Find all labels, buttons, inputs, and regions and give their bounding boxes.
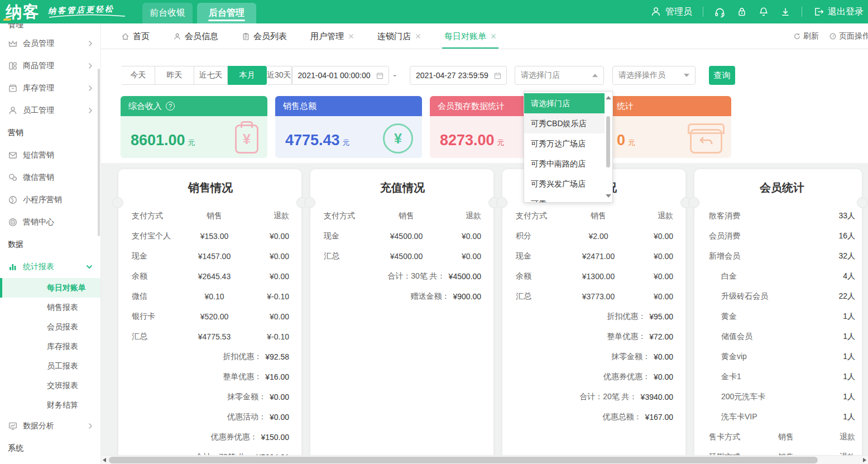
help-icon[interactable]: ? (166, 102, 175, 111)
stat-cards-row: 综合收入 ? 8601.00元 ¥ 销售总额 4775.43元 ¥ 会员预存数据… (121, 96, 731, 158)
sidebar-item-data-analysis[interactable]: 数据分析 (0, 415, 100, 437)
quick-range-button[interactable]: 本月 (228, 66, 267, 85)
store-select[interactable]: 请选择门店 (515, 66, 604, 85)
stat-row: 白金 4人 (709, 266, 855, 286)
quick-range-button[interactable]: 今天 (122, 66, 155, 85)
page-operations-button[interactable]: 页面操作 (829, 31, 868, 41)
store-option[interactable]: 可秀中南路的店 (524, 154, 606, 174)
summary-value: ¥16.00 (265, 372, 289, 381)
chevron-right-icon (88, 423, 93, 429)
backend-manage-button[interactable]: 后台管理 (197, 3, 256, 23)
sidebar-subitem[interactable]: 库存报表 (0, 337, 100, 356)
scroll-up-arrow[interactable] (606, 96, 611, 99)
sidebar-item-marketing-center[interactable]: 营销中心 (0, 211, 100, 233)
sidebar-item-sms-marketing[interactable]: 短信营销 (0, 144, 100, 166)
table-row: 微信 ¥0.10 ¥-0.10 (132, 286, 289, 307)
card-title: 综合收入 (128, 101, 162, 112)
col-pay-method: 支付方式 (516, 211, 572, 221)
tab-user-mgmt[interactable]: 用户管理 (310, 23, 354, 49)
sidebar-subitem[interactable]: 销售报表 (0, 298, 100, 317)
header-actions: 管理员 退出登录 (650, 0, 864, 23)
front-cashier-button[interactable]: 前台收银 (142, 3, 193, 23)
bell-icon[interactable] (758, 6, 769, 17)
chevron-right-icon (88, 63, 93, 69)
sales-rows: 支付宝个人 ¥153.00 ¥0.00 现金 ¥1457.00 ¥0.00 余额… (132, 226, 289, 347)
headset-icon[interactable] (714, 6, 726, 18)
query-button[interactable]: 查询 (709, 66, 735, 85)
current-user[interactable]: 管理员 (650, 6, 692, 18)
scrollbar-thumb[interactable] (109, 457, 818, 463)
refresh-button[interactable]: 刷新 (793, 31, 819, 41)
store-option[interactable]: 可秀CBD娱乐店 (524, 113, 606, 133)
sidebar-item-wechat-marketing[interactable]: 微信营销 (0, 166, 100, 189)
store-option[interactable]: 可秀 (524, 194, 606, 203)
chevron-up-icon (592, 74, 598, 77)
card-title: 销售总额 (283, 101, 316, 112)
stat-row: 黄金vip 1人 (709, 347, 855, 367)
summary-value: ¥0.00 (270, 393, 289, 401)
sidebar-scrollbar[interactable] (98, 69, 100, 236)
target-icon (8, 217, 18, 227)
scrollbar-thumb[interactable] (606, 116, 610, 168)
store-option[interactable]: 请选择门店 (524, 93, 606, 113)
horizontal-scrollbar[interactable] (101, 455, 868, 464)
ticket-notch (304, 197, 315, 208)
sidebar-item-stock-mgmt[interactable]: 库存管理 (0, 77, 100, 99)
tab-home[interactable]: 首页 (121, 23, 150, 49)
tab-member-info[interactable]: 会员信息 (173, 23, 218, 49)
stat-label: 会员消费 (709, 231, 838, 241)
start-datetime-input[interactable]: 2021-04-01 00:00:00 (292, 66, 389, 85)
summary-value: ¥3940.00 (641, 393, 673, 401)
summary-value: ¥72.00 (649, 332, 673, 341)
consume-summary: 折扣优惠： ¥95.00 整单优惠： ¥72.00 抹零金额： ¥0.00 (516, 307, 673, 427)
sidebar-item-miniapp-marketing[interactable]: 小程序营销 (0, 189, 100, 211)
summary-value: ¥0.00 (654, 372, 673, 381)
lock-icon[interactable] (736, 6, 747, 17)
card-body: 4775.43元 ¥ (275, 116, 422, 158)
stat-label: 200元洗车卡 (709, 392, 843, 402)
card-unit: 元 (497, 138, 505, 148)
scroll-right-arrow[interactable] (863, 458, 866, 462)
store-option[interactable]: 可秀万达广场店 (524, 133, 606, 154)
tab-member-list[interactable]: 会员列表 (242, 23, 287, 49)
quick-range-button[interactable]: 近七天 (194, 66, 228, 85)
sidebar-subitem[interactable]: 员工报表 (0, 356, 100, 376)
summary-row: 优惠券优惠： ¥150.00 (132, 427, 289, 447)
close-icon[interactable] (348, 34, 354, 39)
row-refund-value: ¥0.00 (625, 272, 673, 281)
sidebar-item-goods-mgmt[interactable]: 商品管理 (0, 55, 100, 77)
logo: 纳客 (6, 0, 40, 23)
close-icon[interactable] (415, 34, 421, 39)
sidebar-item-label: 会员管理 (23, 39, 54, 49)
tab-chain-stores[interactable]: 连锁门店 (377, 23, 421, 49)
dropdown-scrollbar[interactable] (605, 92, 612, 202)
sidebar-subitem[interactable]: 会员报表 (0, 317, 100, 337)
sidebar-item-staff-mgmt[interactable]: 员工管理 (0, 99, 100, 122)
row-refund-value: ¥-0.10 (241, 332, 289, 341)
sidebar-item-member-mgmt[interactable]: 会员管理 (0, 32, 100, 55)
tab-daily-statement[interactable]: 每日对账单 (444, 23, 496, 49)
scroll-down-arrow[interactable] (606, 194, 611, 198)
filter-row: 今天 昨天 近七天 本月 近30天 2021-04-01 00:00:00 - … (122, 66, 735, 85)
store-option[interactable]: 可秀兴发广场店 (524, 174, 606, 194)
sidebar-subitem[interactable]: 每日对账单 (0, 278, 100, 298)
summary-label: 合计：20笔 共： (579, 392, 637, 402)
logout-button[interactable]: 退出登录 (813, 6, 864, 18)
sidebar-item-label: 数据分析 (23, 421, 54, 431)
operator-select[interactable]: 请选择操作员 (612, 66, 696, 85)
scroll-left-arrow[interactable] (103, 458, 106, 462)
sidebar-subitem[interactable]: 交班报表 (0, 376, 100, 395)
table-row: 积分 ¥2.00 ¥0.00 (516, 226, 673, 246)
row-sales-value: ¥2471.00 (572, 252, 625, 261)
home-icon (121, 32, 130, 41)
sidebar-subitem[interactable]: 财务结算 (0, 395, 100, 415)
sidebar-item-report-stats[interactable]: 统计报表 (0, 256, 100, 278)
row-label: 微信 (132, 291, 188, 302)
quick-range-button[interactable]: 近30天 (267, 66, 292, 85)
quick-range-button[interactable]: 昨天 (155, 66, 194, 85)
close-icon[interactable] (491, 34, 496, 39)
download-icon[interactable] (780, 6, 791, 17)
card-header: 综合收入 ? (121, 96, 267, 116)
end-datetime-input[interactable]: 2021-04-27 23:59:59 (410, 66, 507, 85)
chevron-right-icon (88, 40, 93, 47)
